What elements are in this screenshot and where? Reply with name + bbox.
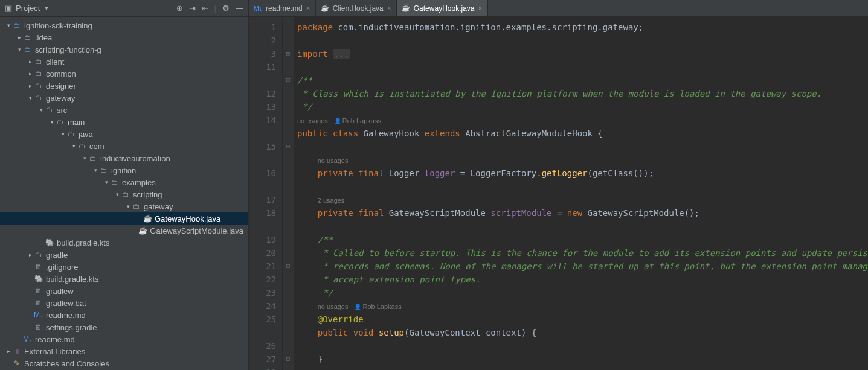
folder-icon: 🗀 bbox=[34, 81, 43, 91]
tree-item[interactable]: ▸🗀designer bbox=[0, 80, 248, 92]
tree-item[interactable]: ▾🗀gateway bbox=[0, 92, 248, 104]
chevron-down-icon[interactable]: ▾ bbox=[124, 203, 132, 209]
folder-icon: 🗀 bbox=[23, 33, 33, 42]
tree-item-label: main bbox=[68, 118, 85, 127]
folder-icon: 🗀 bbox=[34, 57, 43, 66]
editor-tab[interactable]: ☕ClientHook.java× bbox=[316, 0, 397, 16]
tree-item-label: GatewayScriptModule.java bbox=[150, 226, 243, 235]
tree-item[interactable]: ▸☕GatewayHook.java bbox=[0, 212, 248, 225]
chevron-down-icon[interactable]: ▾ bbox=[92, 167, 99, 173]
chevron-right-icon[interactable]: ▸ bbox=[27, 59, 34, 65]
chevron-down-icon[interactable]: ▾ bbox=[37, 107, 45, 113]
tree-item-label: com bbox=[89, 142, 104, 151]
tree-item[interactable]: ▸🗀.idea bbox=[0, 31, 248, 43]
tree-item-label: scripting bbox=[133, 190, 162, 199]
editor-tab[interactable]: M↓readme.md× bbox=[249, 0, 316, 16]
chevron-down-icon[interactable]: ▾ bbox=[27, 95, 34, 101]
chevron-down-icon[interactable]: ▾ bbox=[59, 131, 66, 137]
tree-item[interactable]: ▾🗀ignition bbox=[0, 164, 248, 176]
tree-item[interactable]: ▸🗎gradlew.bat bbox=[0, 297, 248, 309]
tree-item-label: inductiveautomation bbox=[100, 154, 170, 163]
folder-icon: 🗀 bbox=[77, 141, 87, 151]
tree-item[interactable]: ▾🗀ignition-sdk-training bbox=[0, 19, 248, 31]
folder-icon: 🗀 bbox=[66, 129, 76, 139]
editor-tabbar[interactable]: M↓readme.md×☕ClientHook.java×☕GatewayHoo… bbox=[249, 0, 868, 17]
tree-item[interactable]: ▸🗎settings.gradle bbox=[0, 321, 248, 333]
file-icon: 🗎 bbox=[34, 286, 43, 296]
editor-tab[interactable]: ☕GatewayHook.java× bbox=[397, 0, 488, 16]
java-file-icon: ☕ bbox=[143, 214, 152, 223]
tree-item[interactable]: ▸☕GatewayScriptModule.java bbox=[0, 225, 248, 237]
tree-item-label: client bbox=[46, 57, 64, 66]
chevron-down-icon[interactable]: ▼ bbox=[43, 5, 49, 11]
tree-item[interactable]: ▸M↓readme.md bbox=[0, 333, 248, 345]
tree-item-label: examples bbox=[122, 178, 156, 187]
tree-item[interactable]: ▾🗀main bbox=[0, 116, 248, 128]
tree-item[interactable]: ▸✎Scratches and Consoles bbox=[0, 357, 248, 369]
chevron-right-icon[interactable]: ▸ bbox=[27, 83, 34, 89]
chevron-down-icon[interactable]: ▾ bbox=[16, 46, 23, 53]
markdown-file-icon: M↓ bbox=[23, 334, 33, 344]
tree-item[interactable]: ▸🗀client bbox=[0, 56, 248, 68]
folder-icon: 🗀 bbox=[34, 69, 43, 78]
tree-item[interactable]: ▸M↓readme.md bbox=[0, 309, 248, 321]
tree-item[interactable]: ▸🐘build.gradle.kts bbox=[0, 273, 248, 285]
chevron-right-icon[interactable]: ▸ bbox=[5, 348, 12, 354]
tree-item[interactable]: ▸🐘build.gradle.kts bbox=[0, 237, 248, 249]
tree-item-label: readme.md bbox=[35, 335, 75, 344]
file-icon: 🗎 bbox=[34, 322, 43, 332]
project-tree[interactable]: ▾🗀ignition-sdk-training▸🗀.idea▾🗀scriptin… bbox=[0, 17, 248, 370]
locate-icon[interactable]: ⊕ bbox=[176, 4, 183, 13]
gear-icon[interactable]: ⚙ bbox=[222, 4, 230, 13]
chevron-down-icon[interactable]: ▾ bbox=[103, 179, 110, 185]
tree-item[interactable]: ▸🗎gradlew bbox=[0, 285, 248, 297]
close-icon[interactable]: × bbox=[478, 4, 483, 13]
tree-item-label: build.gradle.kts bbox=[57, 238, 109, 247]
code-content[interactable]: package com.inductiveautomation.ignition… bbox=[294, 17, 868, 370]
collapse-icon[interactable]: ⇤ bbox=[202, 4, 208, 13]
chevron-down-icon[interactable]: ▾ bbox=[5, 22, 12, 28]
tree-item-label: gradlew bbox=[46, 287, 74, 296]
tree-item[interactable]: ▾🗀scripting bbox=[0, 188, 248, 200]
folder-icon: 🗀 bbox=[88, 153, 98, 163]
tree-item[interactable]: ▾🗀scripting-function-g bbox=[0, 43, 248, 56]
file-icon: 🗎 bbox=[34, 298, 43, 308]
chevron-right-icon[interactable]: ▸ bbox=[16, 34, 23, 40]
tree-item-label: gradlew.bat bbox=[46, 299, 86, 308]
chevron-down-icon[interactable]: ▾ bbox=[81, 155, 88, 161]
folder-icon: 🗀 bbox=[56, 117, 65, 127]
expand-icon[interactable]: ⇥ bbox=[189, 4, 196, 13]
close-icon[interactable]: × bbox=[387, 4, 391, 13]
java-file-icon: ☕ bbox=[402, 4, 410, 13]
code-editor[interactable]: 1231112131415161718192021222324252627282… bbox=[249, 17, 868, 370]
tree-item[interactable]: ▾🗀gateway bbox=[0, 200, 248, 212]
tree-item-label: gradle bbox=[46, 250, 68, 260]
line-gutter: 1231112131415161718192021222324252627282… bbox=[249, 17, 283, 370]
fold-gutter[interactable]: ⊟⊟⊟⊟⊟ bbox=[283, 17, 294, 370]
tree-item[interactable]: ▸🗀gradle bbox=[0, 249, 248, 261]
tree-item[interactable]: ▾🗀src bbox=[0, 104, 248, 116]
tree-item[interactable]: ▸🗀common bbox=[0, 68, 248, 80]
chevron-down-icon[interactable]: ▾ bbox=[70, 143, 77, 149]
tree-item[interactable]: ▸🗎.gitignore bbox=[0, 261, 248, 273]
folder-icon: 🗀 bbox=[34, 250, 43, 260]
chevron-down-icon[interactable]: ▾ bbox=[114, 191, 121, 197]
library-icon: ⫴ bbox=[12, 346, 22, 356]
tree-item-label: java bbox=[79, 130, 93, 139]
chevron-right-icon[interactable]: ▸ bbox=[27, 252, 34, 258]
tab-label: ClientHook.java bbox=[333, 4, 384, 13]
chevron-right-icon[interactable]: ▸ bbox=[27, 71, 34, 77]
file-icon: 🗎 bbox=[34, 262, 43, 272]
tree-item[interactable]: ▾🗀examples bbox=[0, 176, 248, 188]
divider: | bbox=[214, 4, 216, 13]
tree-item[interactable]: ▸⫴External Libraries bbox=[0, 345, 248, 357]
close-icon[interactable]: × bbox=[306, 4, 310, 13]
tree-item[interactable]: ▾🗀com bbox=[0, 140, 248, 152]
gradle-file-icon: 🐘 bbox=[45, 238, 54, 247]
tree-item-label: src bbox=[57, 106, 67, 115]
tree-item[interactable]: ▾🗀java bbox=[0, 128, 248, 140]
chevron-down-icon[interactable]: ▾ bbox=[48, 119, 56, 125]
hide-icon[interactable]: — bbox=[236, 4, 243, 13]
tree-item[interactable]: ▾🗀inductiveautomation bbox=[0, 152, 248, 164]
project-title[interactable]: Project bbox=[16, 4, 40, 13]
